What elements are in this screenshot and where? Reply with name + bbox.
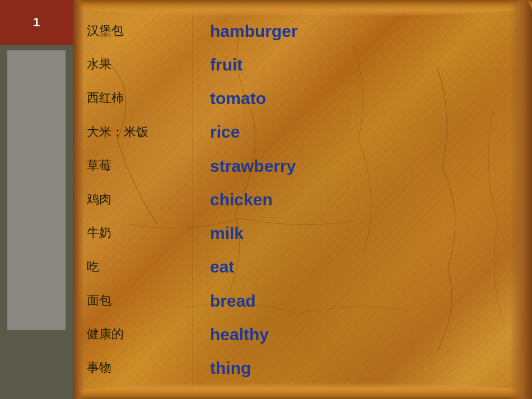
english-word-6: milk (210, 221, 498, 245)
chinese-word-5: 鸡肉 (87, 189, 187, 210)
chinese-word-6: 牛奶 (87, 223, 187, 243)
sidebar-decoration (7, 50, 66, 330)
chinese-word-8: 面包 (87, 290, 187, 311)
chinese-column: 汉堡包水果西红柿大米；米饭草莓鸡肉牛奶吃面包健康的事物 (76, 11, 193, 388)
english-word-8: bread (210, 289, 498, 313)
chinese-word-3: 大米；米饭 (87, 122, 187, 143)
scroll-area: 汉堡包水果西红柿大米；米饭草莓鸡肉牛奶吃面包健康的事物 hamburgerfru… (73, 0, 532, 399)
sidebar: 1 (0, 0, 73, 399)
scroll-right-edge (510, 0, 532, 399)
english-word-9: healthy (210, 322, 498, 346)
chinese-word-1: 水果 (87, 54, 187, 75)
english-word-10: thing (210, 356, 498, 380)
chinese-word-7: 吃 (87, 257, 187, 278)
lesson-number-text: 1 (33, 15, 40, 30)
english-column: hamburgerfruittomatoricestrawberrychicke… (193, 11, 504, 388)
english-word-5: chicken (210, 187, 498, 212)
english-word-1: fruit (210, 53, 498, 77)
english-word-3: rice (210, 120, 498, 144)
english-word-7: eat (210, 255, 498, 279)
page-container: 1 汉堡包水果西红柿大米；米饭草莓鸡肉牛奶吃面包健康的事物 hamburge (0, 0, 532, 399)
chinese-word-10: 事物 (87, 358, 187, 378)
chinese-word-2: 西红柿 (87, 88, 187, 109)
scroll-content: 汉堡包水果西红柿大米；米饭草莓鸡肉牛奶吃面包健康的事物 hamburgerfru… (73, 0, 532, 399)
chinese-word-0: 汉堡包 (87, 21, 187, 41)
lesson-number: 1 (0, 0, 73, 45)
chinese-word-9: 健康的 (87, 324, 187, 345)
scroll-left-edge (73, 0, 84, 399)
english-word-4: strawberry (210, 154, 498, 178)
chinese-word-4: 草莓 (87, 156, 187, 176)
english-word-2: tomato (210, 86, 498, 110)
english-word-0: hamburger (210, 19, 498, 43)
